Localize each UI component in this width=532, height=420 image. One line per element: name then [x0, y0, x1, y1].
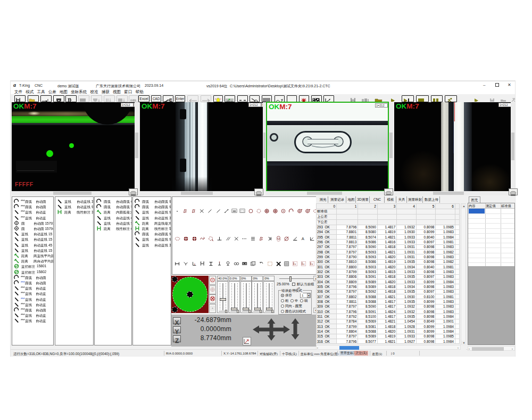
svg-text:A: A — [302, 236, 305, 241]
svg-text:Y: Y — [175, 328, 179, 334]
svg-text:x: x — [194, 263, 195, 266]
svg-text:x: x — [311, 262, 313, 266]
svg-text:x: x — [303, 262, 305, 266]
svg-text:X: X — [175, 319, 179, 325]
svg-text:Z: Z — [175, 337, 179, 343]
svg-text:x: x — [295, 262, 296, 266]
svg-text:B: B — [170, 98, 172, 102]
